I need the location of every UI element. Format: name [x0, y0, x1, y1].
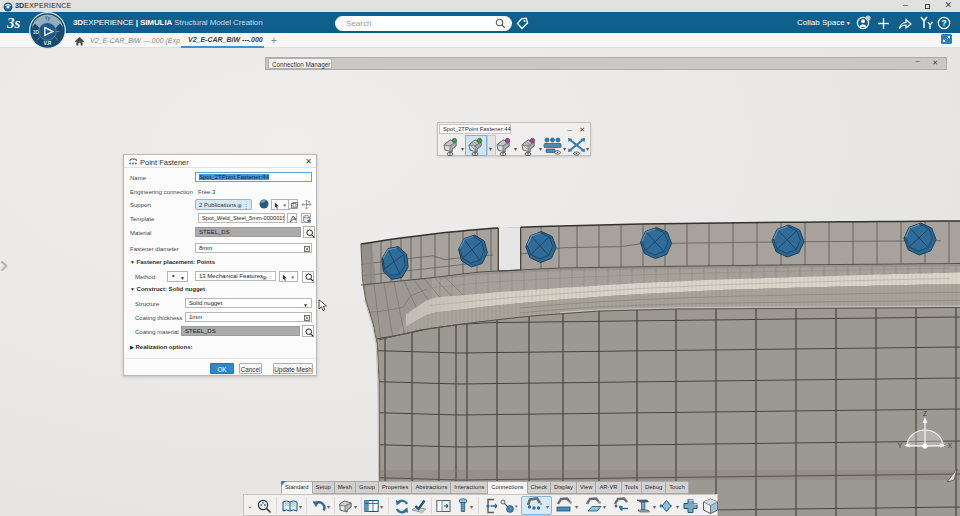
svg-text:V.R: V.R — [44, 40, 52, 46]
svg-text:Y: Y — [898, 442, 903, 449]
svg-text:3D: 3D — [33, 30, 40, 35]
svg-text:X: X — [948, 442, 953, 449]
svg-text:Z: Z — [923, 410, 927, 417]
svg-text:Yy: Yy — [45, 16, 51, 21]
